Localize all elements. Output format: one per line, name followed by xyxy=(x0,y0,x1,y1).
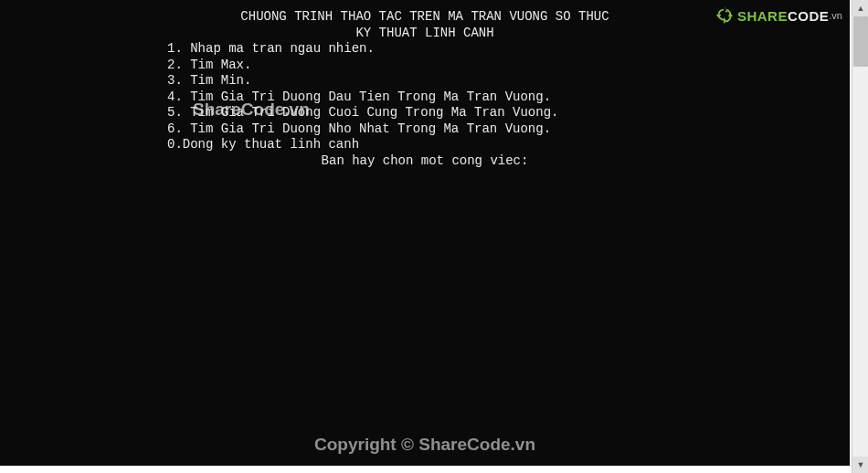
scroll-down-button[interactable]: ▼ xyxy=(852,457,868,473)
menu-item-6: 6. Tim Gia Tri Duong Nho Nhat Trong Ma T… xyxy=(0,121,850,138)
console-output: CHUONG TRINH THAO TAC TREN MA TRAN VUONG… xyxy=(0,0,850,466)
vertical-scrollbar[interactable]: ▲ ▼ xyxy=(852,0,868,473)
menu-item-1: 1. Nhap ma tran ngau nhien. xyxy=(0,41,850,58)
program-title-1: CHUONG TRINH THAO TAC TREN MA TRAN VUONG… xyxy=(0,9,850,26)
menu-item-2: 2. Tim Max. xyxy=(0,58,850,74)
menu-item-3: 3. Tim Min. xyxy=(0,73,850,89)
scroll-thumb[interactable] xyxy=(853,16,868,67)
menu-item-0: 0.Dong ky thuat linh canh xyxy=(0,137,850,153)
program-title-2: KY THUAT LINH CANH xyxy=(0,26,850,42)
menu-item-5: 5. Tim Gia Tri Duong Cuoi Cung Trong Ma … xyxy=(0,105,850,121)
input-prompt: Ban hay chon mot cong viec: xyxy=(0,153,850,170)
menu-item-4: 4. Tim Gia Tri Duong Dau Tien Trong Ma T… xyxy=(0,89,850,106)
scroll-up-button[interactable]: ▲ xyxy=(852,0,868,16)
